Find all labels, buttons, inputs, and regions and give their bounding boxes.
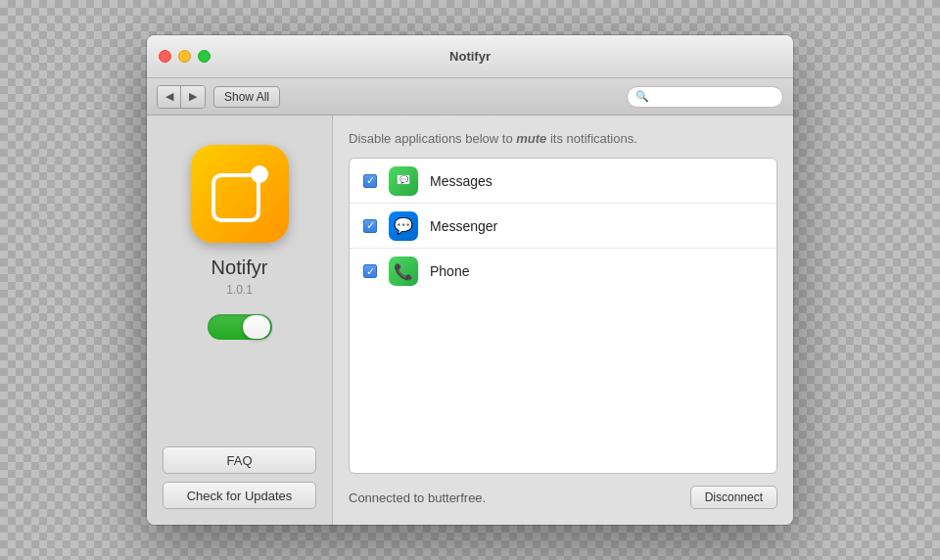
faq-button[interactable]: FAQ	[163, 446, 316, 474]
description-mute: mute	[516, 131, 546, 146]
close-button[interactable]	[159, 50, 171, 63]
list-item: ✓ 📞 Phone	[350, 249, 776, 294]
traffic-lights	[159, 50, 211, 63]
panel-description: Disable applications below to mute its n…	[349, 131, 777, 146]
show-all-button[interactable]: Show All	[213, 86, 280, 108]
toggle-knob	[243, 315, 270, 339]
toggle-on-portion	[208, 314, 239, 340]
messenger-checkbox[interactable]: ✓	[363, 219, 377, 233]
app-name: Notifyr	[212, 257, 268, 279]
description-pre: Disable applications below to	[349, 131, 516, 146]
panel-footer: Connected to butterfree. Disconnect	[349, 486, 777, 509]
minimize-button[interactable]	[178, 50, 191, 63]
nav-buttons: ◀ ▶	[157, 85, 206, 109]
main-window: Notifyr ◀ ▶ Show All 🔍 Notifyr 1.0.1	[147, 35, 793, 525]
search-icon: 🔍	[635, 90, 649, 103]
messages-label: Messages	[430, 173, 493, 189]
sidebar: Notifyr 1.0.1 FAQ Check for Updates	[147, 116, 333, 525]
enabled-toggle[interactable]	[208, 314, 272, 340]
check-updates-button[interactable]: Check for Updates	[163, 482, 316, 509]
search-input[interactable]	[653, 90, 775, 104]
messenger-label: Messenger	[430, 218, 497, 234]
back-button[interactable]: ◀	[158, 86, 181, 108]
maximize-button[interactable]	[198, 50, 211, 63]
icon-graphic	[212, 165, 268, 222]
forward-button[interactable]: ▶	[181, 86, 205, 108]
main-panel: Disable applications below to mute its n…	[333, 116, 793, 525]
search-box: 🔍	[627, 86, 783, 108]
phone-checkbox[interactable]: ✓	[363, 264, 377, 278]
connected-status: Connected to butterfree.	[349, 490, 486, 505]
app-version: 1.0.1	[226, 283, 253, 297]
app-icon	[191, 145, 289, 243]
content-area: Notifyr 1.0.1 FAQ Check for Updates Disa…	[147, 116, 793, 525]
window-title: Notifyr	[449, 49, 491, 64]
toolbar: ◀ ▶ Show All 🔍	[147, 78, 793, 116]
phone-icon: 📞	[389, 257, 418, 286]
apps-list: ✓ 💬 Messages ✓ 💬	[349, 158, 777, 474]
description-post: its notifications.	[546, 131, 637, 146]
messages-icon: 💬	[389, 166, 418, 196]
messages-checkbox[interactable]: ✓	[363, 174, 377, 188]
disconnect-button[interactable]: Disconnect	[690, 486, 777, 509]
sidebar-buttons: FAQ Check for Updates	[163, 446, 316, 509]
icon-circle	[251, 165, 268, 183]
list-item: ✓ 💬 Messages	[350, 159, 776, 204]
svg-text:💬: 💬	[400, 174, 409, 183]
phone-label: Phone	[430, 263, 469, 279]
messenger-icon: 💬	[389, 211, 418, 241]
titlebar: Notifyr	[147, 35, 793, 78]
toggle-container	[208, 314, 272, 340]
list-item: ✓ 💬 Messenger	[350, 204, 776, 249]
